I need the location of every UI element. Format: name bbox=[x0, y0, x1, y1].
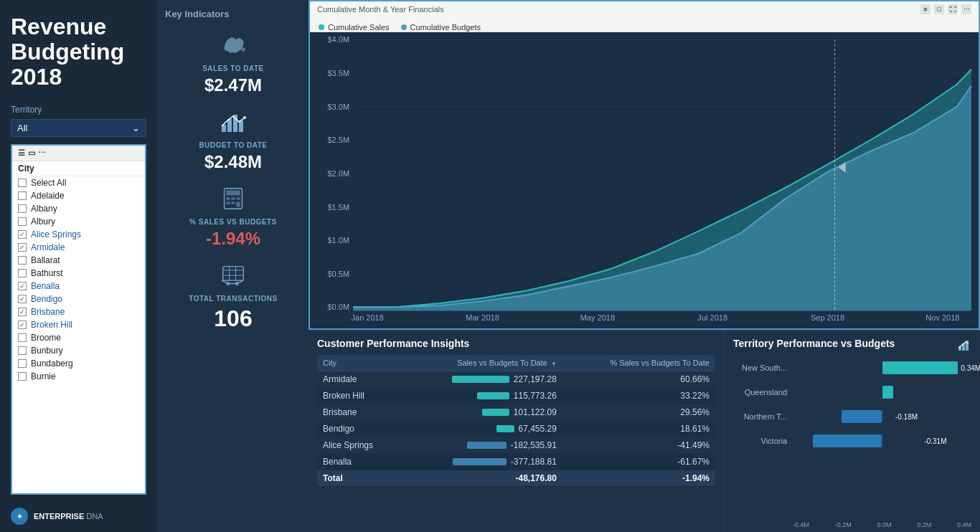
tp-bar bbox=[813, 434, 882, 447]
territory-dropdown[interactable]: All ⌄ bbox=[11, 119, 146, 137]
cell-city: Alice Springs bbox=[317, 437, 402, 454]
tp-row: New South...0.34M bbox=[733, 361, 971, 375]
city-checkbox bbox=[18, 217, 27, 226]
svg-rect-4 bbox=[239, 120, 243, 132]
cell-sales-bar: -182,535.91 bbox=[402, 437, 562, 454]
table-row: Brisbane101,122.0929.56% bbox=[317, 404, 715, 421]
city-name: Broken Hill bbox=[31, 320, 72, 330]
chart-menu-btn[interactable]: ≡ bbox=[920, 4, 930, 14]
cell-sales-bar: -377,188.81 bbox=[402, 454, 562, 470]
tp-axis-label: 0.0M bbox=[877, 521, 891, 528]
chart-svg: $4.0M $3.5M $3.0M $2.5M $2.0M $1.5M $1.0… bbox=[310, 32, 979, 322]
city-checkbox bbox=[18, 179, 27, 187]
svg-text:$3.0M: $3.0M bbox=[327, 103, 349, 111]
svg-text:$2.0M: $2.0M bbox=[327, 169, 349, 178]
svg-text:Mar 2018: Mar 2018 bbox=[466, 313, 499, 322]
tp-row: Northern T...-0.18M bbox=[733, 409, 971, 424]
tp-axis-label: -0.4M bbox=[793, 521, 809, 528]
enterprise-dna-footer: ✦ ENTERPRISE DNA bbox=[11, 502, 146, 525]
svg-rect-11 bbox=[226, 201, 230, 204]
table-row: Total-48,176.80-1.94% bbox=[317, 470, 715, 487]
svg-text:$2.5M: $2.5M bbox=[327, 136, 349, 144]
tp-chart-icon bbox=[958, 339, 971, 353]
city-listbox-header: ☰▭⋯ bbox=[12, 146, 145, 161]
sales-to-date-value: $2.47M bbox=[169, 75, 298, 95]
chart-expand-btn[interactable]: ⛶ bbox=[948, 4, 958, 14]
sales-vs-budgets-card: % SALES VS BUDGETS -1.94% bbox=[165, 180, 301, 257]
city-item[interactable]: ✓Broken Hill bbox=[12, 318, 145, 331]
tp-territory-label: Victoria bbox=[733, 437, 787, 445]
svg-text:Jan 2018: Jan 2018 bbox=[352, 313, 384, 322]
svg-text:$4.0M: $4.0M bbox=[327, 35, 349, 44]
city-checkbox bbox=[18, 359, 27, 368]
city-item[interactable]: ✓Alice Springs bbox=[12, 228, 145, 241]
territory-label: Territory bbox=[11, 105, 146, 115]
cumulative-sales-label: Cumulative Sales bbox=[328, 23, 390, 32]
table-row: Benalla-377,188.81-61.67% bbox=[317, 454, 715, 470]
cell-pct: 60.66% bbox=[562, 371, 715, 388]
cell-sales-bar: -48,176.80 bbox=[402, 470, 562, 487]
chart-controls[interactable]: ≡ □ ⛶ ⋯ bbox=[920, 4, 971, 14]
city-name: Armidale bbox=[31, 242, 65, 252]
table-row: Broken Hill115,773.2633.22% bbox=[317, 388, 715, 404]
city-name: Alice Springs bbox=[31, 229, 81, 239]
chart-min-btn[interactable]: □ bbox=[934, 4, 944, 14]
svg-text:$3.5M: $3.5M bbox=[327, 69, 349, 77]
svg-rect-7 bbox=[226, 190, 240, 195]
city-checkbox: ✓ bbox=[18, 243, 27, 252]
city-name: Burnie bbox=[31, 371, 56, 381]
chart-close-btn[interactable]: ⋯ bbox=[961, 4, 971, 14]
chart-bar-icon bbox=[169, 110, 298, 138]
svg-point-5 bbox=[243, 116, 246, 119]
app-title: RevenueBudgeting2018 bbox=[11, 14, 146, 90]
budget-to-date-card: BUDGET TO DATE $2.48M bbox=[165, 103, 301, 180]
svg-rect-12 bbox=[231, 201, 235, 204]
city-checkbox: ✓ bbox=[18, 308, 27, 316]
tp-axis-label: 0.2M bbox=[917, 521, 931, 528]
cell-pct: 29.56% bbox=[562, 404, 715, 421]
cell-city: Bendigo bbox=[317, 421, 402, 437]
city-item[interactable]: Burnie bbox=[12, 370, 145, 383]
territory-performance-title: Territory Performance vs Budgets bbox=[733, 338, 895, 349]
city-item[interactable]: Bathurst bbox=[12, 267, 145, 280]
city-item[interactable]: Broome bbox=[12, 331, 145, 344]
tp-territory-label: New South... bbox=[733, 364, 787, 372]
tp-bar-label: 0.34M bbox=[958, 364, 980, 372]
city-item[interactable]: Bundaberg bbox=[12, 357, 145, 370]
svg-rect-13 bbox=[236, 201, 240, 206]
city-item[interactable]: ✓Bendigo bbox=[12, 293, 145, 305]
sales-to-date-label: SALES TO DATE bbox=[169, 65, 298, 72]
cell-city: Total bbox=[317, 470, 402, 487]
city-item[interactable]: Albany bbox=[12, 202, 145, 215]
cell-city: Broken Hill bbox=[317, 388, 402, 404]
city-item[interactable]: Select All bbox=[12, 176, 145, 189]
legend-cumulative-sales: Cumulative Sales bbox=[319, 23, 390, 32]
city-checkbox bbox=[18, 333, 27, 342]
city-item[interactable]: Albury bbox=[12, 215, 145, 228]
cart-icon bbox=[169, 264, 298, 292]
city-item[interactable]: Ballarat bbox=[12, 254, 145, 267]
territory-performance-panel: Territory Performance vs Budgets New Sou… bbox=[725, 330, 980, 532]
city-name: Bendigo bbox=[31, 294, 62, 304]
city-listbox[interactable]: ☰▭⋯ City Select AllAdelaideAlbanyAlbury✓… bbox=[11, 144, 146, 495]
tp-bar-area bbox=[793, 385, 971, 399]
svg-rect-14 bbox=[223, 267, 243, 281]
svg-text:Nov 2018: Nov 2018 bbox=[925, 313, 959, 322]
svg-point-0 bbox=[241, 47, 245, 52]
city-item[interactable]: Bunbury bbox=[12, 344, 145, 357]
city-checkbox: ✓ bbox=[18, 320, 27, 329]
city-checkbox bbox=[18, 191, 27, 200]
tp-bar-area: 0.34M bbox=[793, 361, 971, 375]
city-item[interactable]: Adelaide bbox=[12, 189, 145, 202]
city-item[interactable]: ✓Brisbane bbox=[12, 305, 145, 318]
city-item[interactable]: ✓Armidale bbox=[12, 241, 145, 254]
city-checkbox bbox=[18, 256, 27, 265]
svg-text:Jul 2018: Jul 2018 bbox=[697, 313, 727, 322]
customer-performance-panel: Customer Performance Insights City Sales… bbox=[308, 330, 725, 532]
tp-bar-label: -0.31M bbox=[924, 437, 949, 445]
svg-rect-10 bbox=[236, 197, 240, 200]
city-item[interactable]: ✓Benalla bbox=[12, 280, 145, 293]
city-name: Brisbane bbox=[31, 307, 65, 317]
svg-rect-2 bbox=[227, 119, 232, 132]
tp-territory-label: Northern T... bbox=[733, 412, 787, 421]
